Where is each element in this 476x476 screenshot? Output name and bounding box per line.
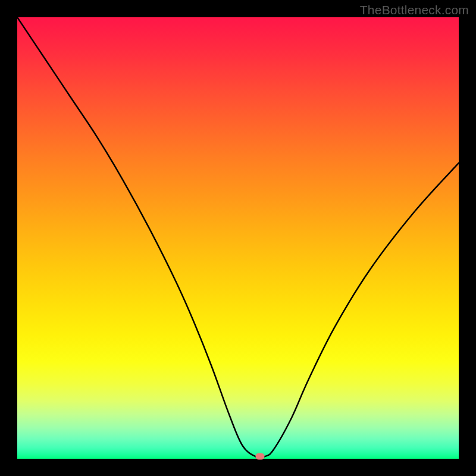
bottleneck-marker (256, 453, 265, 460)
watermark-text: TheBottleneck.com (360, 3, 469, 17)
bottleneck-curve (17, 17, 459, 459)
plot-area (17, 17, 459, 459)
chart-frame: TheBottleneck.com (0, 0, 476, 476)
